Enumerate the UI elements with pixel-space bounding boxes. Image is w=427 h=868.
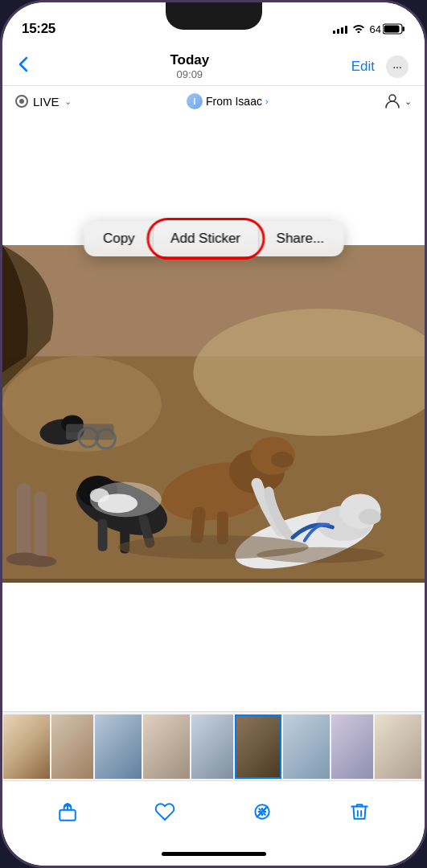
edit-button[interactable]: Edit — [351, 59, 375, 75]
white-bottom — [2, 583, 425, 711]
live-circle-inner — [19, 99, 24, 104]
svg-rect-2 — [384, 26, 400, 33]
signal-bars — [333, 24, 347, 34]
nav-actions: Edit ··· — [351, 55, 409, 78]
battery-level: 64 — [370, 23, 381, 35]
svg-rect-8 — [17, 484, 31, 563]
svg-point-22 — [90, 482, 162, 518]
add-sticker-wrapper: Add Sticker — [153, 223, 258, 255]
person-button[interactable]: ⌄ — [384, 92, 412, 110]
filmstrip-item-2[interactable] — [51, 714, 93, 779]
from-label: From Isaac — [206, 95, 262, 108]
svg-point-15 — [271, 452, 294, 468]
filmstrip-item-6-active[interactable] — [235, 714, 281, 779]
signal-bar-4 — [345, 26, 347, 34]
svg-rect-37 — [60, 809, 76, 820]
home-bar — [162, 852, 266, 856]
svg-rect-9 — [35, 491, 47, 563]
person-icon — [384, 92, 401, 110]
photo-toolbar: LIVE ⌄ I From Isaac › ⌄ — [2, 86, 425, 117]
heart-icon — [154, 801, 175, 822]
signal-bar-1 — [333, 31, 335, 34]
svg-point-36 — [257, 547, 384, 563]
magic-wand-icon — [252, 801, 273, 822]
svg-point-3 — [389, 95, 396, 101]
back-button[interactable] — [18, 56, 28, 76]
wifi-icon — [352, 23, 365, 35]
svg-point-39 — [260, 809, 265, 814]
notch — [166, 2, 262, 30]
from-source[interactable]: I From Isaac › — [187, 93, 269, 109]
trash-button[interactable] — [342, 794, 377, 829]
context-menu: Copy Add Sticker Share... — [84, 221, 343, 256]
share-button[interactable]: Share... — [259, 223, 343, 255]
svg-rect-34 — [66, 424, 113, 440]
filmstrip-item-3[interactable] — [95, 714, 142, 779]
trash-icon — [349, 801, 370, 822]
filmstrip-item-8[interactable] — [331, 714, 373, 779]
status-time: 15:25 — [22, 21, 55, 37]
heart-button[interactable] — [147, 794, 183, 829]
nav-title: Today — [170, 52, 209, 68]
filmstrip-item-9[interactable] — [375, 714, 421, 779]
filmstrip — [2, 711, 425, 780]
svg-rect-23 — [98, 519, 108, 551]
signal-bar-3 — [341, 27, 343, 34]
filmstrip-item-7[interactable] — [283, 714, 330, 779]
nav-bar: Today 09:09 Edit ··· — [2, 46, 425, 86]
more-dots-icon: ··· — [392, 61, 402, 72]
svg-rect-1 — [403, 27, 405, 31]
home-indicator — [2, 841, 425, 866]
photo-container[interactable]: Copy Add Sticker Share... — [2, 245, 425, 583]
status-icons: 64 — [333, 23, 405, 35]
from-chevron-icon: › — [265, 96, 269, 106]
copy-button[interactable]: Copy — [85, 223, 153, 255]
svg-point-29 — [359, 509, 381, 525]
svg-point-11 — [25, 556, 57, 567]
filmstrip-item-4[interactable] — [143, 714, 190, 779]
magic-wand-button[interactable] — [244, 794, 280, 829]
nav-subtitle: 09:09 — [170, 68, 209, 80]
person-chevron-icon: ⌄ — [404, 96, 412, 107]
share-button-bottom[interactable] — [50, 794, 85, 829]
battery-icon — [383, 23, 405, 35]
live-chevron-icon: ⌄ — [64, 96, 72, 107]
live-circle-icon — [15, 95, 28, 108]
more-button[interactable]: ··· — [386, 55, 409, 78]
live-badge[interactable]: LIVE ⌄ — [15, 95, 72, 108]
main-content: Copy Add Sticker Share... — [2, 117, 425, 780]
add-sticker-button[interactable]: Add Sticker — [153, 223, 258, 255]
battery: 64 — [370, 23, 405, 35]
dog-scene — [2, 245, 425, 579]
filmstrip-item-1[interactable] — [3, 714, 50, 779]
share-icon — [57, 801, 78, 822]
phone-screen: 15:25 64 — [2, 2, 425, 866]
filmstrip-item-5[interactable] — [191, 714, 233, 779]
source-avatar: I — [187, 93, 203, 109]
phone-frame: 15:25 64 — [0, 0, 427, 868]
bottom-toolbar — [2, 780, 425, 841]
nav-title-group: Today 09:09 — [170, 52, 209, 80]
signal-bar-2 — [337, 29, 339, 34]
status-bar: 15:25 64 — [2, 2, 425, 46]
live-label: LIVE — [33, 95, 60, 108]
